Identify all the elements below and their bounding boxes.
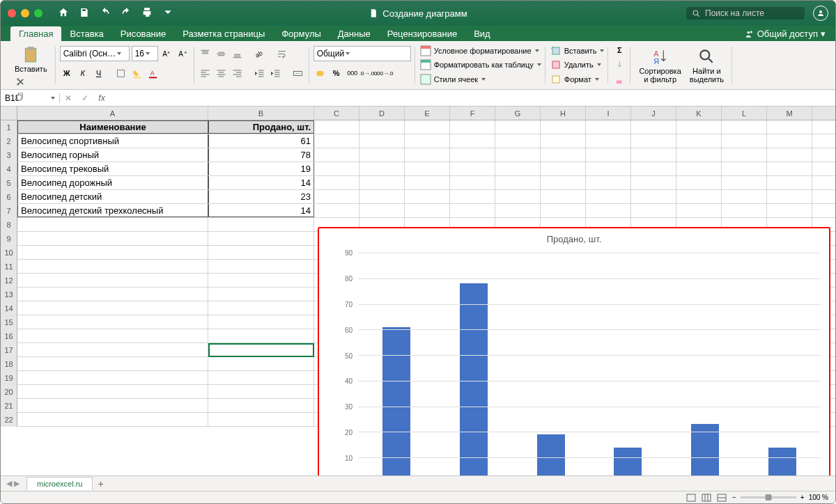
cell[interactable]: Велосипед дорожный — [17, 176, 208, 189]
maximize-button[interactable] — [34, 9, 42, 17]
cell[interactable] — [359, 148, 405, 162]
cell[interactable] — [359, 134, 405, 148]
cut-icon[interactable] — [13, 74, 27, 88]
row-header[interactable]: 1 — [1, 120, 17, 134]
cancel-icon[interactable]: ✕ — [60, 93, 77, 103]
col-header[interactable]: I — [586, 107, 631, 120]
cell[interactable]: Велосипед детский трехколесный — [17, 204, 208, 217]
cell[interactable]: 61 — [208, 134, 314, 148]
cell[interactable] — [586, 176, 631, 189]
cell[interactable] — [405, 120, 450, 134]
row-header[interactable]: 18 — [1, 357, 17, 371]
cell[interactable]: Велосипед трековый — [17, 162, 208, 175]
spreadsheet-grid[interactable]: A B C D E F G H I J K L M 1НаименованиеП… — [1, 107, 835, 485]
row-header[interactable]: 9 — [1, 232, 17, 246]
decrease-indent-icon[interactable] — [253, 66, 267, 80]
delete-cells-button[interactable]: Удалить — [550, 58, 605, 72]
row-header[interactable]: 14 — [1, 301, 17, 315]
col-header[interactable]: L — [722, 107, 767, 120]
col-header[interactable]: K — [676, 107, 722, 120]
cell[interactable]: Велосипед детский — [17, 190, 208, 203]
number-format-select[interactable]: Общий — [314, 46, 411, 61]
tab-data[interactable]: Данные — [330, 26, 379, 41]
redo-icon[interactable] — [121, 7, 132, 20]
cell[interactable] — [495, 148, 541, 162]
align-right-icon[interactable] — [231, 66, 245, 80]
row-header[interactable]: 19 — [1, 371, 17, 385]
cell[interactable] — [767, 162, 812, 175]
cell[interactable] — [586, 190, 631, 203]
row-header[interactable]: 17 — [1, 343, 17, 357]
cell[interactable] — [676, 190, 722, 203]
conditional-format-button[interactable]: Условное форматирование — [419, 44, 541, 58]
cell[interactable] — [17, 246, 208, 259]
view-break-icon[interactable] — [717, 494, 727, 502]
percent-icon[interactable]: % — [330, 66, 343, 80]
row-header[interactable]: 16 — [1, 329, 17, 343]
enter-icon[interactable]: ✓ — [77, 93, 93, 103]
embedded-chart[interactable]: Продано, шт. 0102030405060708090 Велосип… — [318, 227, 830, 485]
cell[interactable] — [450, 120, 495, 134]
cell[interactable]: Продано, шт. — [208, 120, 314, 134]
cell[interactable] — [208, 329, 314, 342]
select-all-cell[interactable] — [1, 107, 17, 120]
chevron-down-icon[interactable] — [162, 7, 173, 20]
row-header[interactable]: 22 — [1, 413, 17, 427]
col-header[interactable]: D — [359, 107, 405, 120]
cell[interactable] — [208, 260, 314, 273]
bold-icon[interactable]: Ж — [60, 66, 74, 80]
cell[interactable] — [541, 120, 586, 134]
cell[interactable] — [676, 148, 722, 162]
cell[interactable] — [405, 176, 450, 189]
fx-icon[interactable]: fx — [93, 93, 110, 103]
col-header[interactable]: H — [541, 107, 586, 120]
col-header[interactable]: A — [17, 107, 208, 120]
cell[interactable] — [767, 134, 812, 148]
row-header[interactable]: 7 — [1, 204, 17, 218]
align-top-icon[interactable] — [199, 47, 212, 61]
cell[interactable]: Наименование — [17, 120, 208, 134]
cell[interactable] — [314, 148, 359, 162]
cell[interactable] — [541, 190, 586, 203]
cell[interactable] — [722, 176, 767, 189]
cell[interactable] — [208, 274, 314, 287]
user-button[interactable] — [813, 6, 828, 21]
cell[interactable] — [17, 371, 208, 384]
cell[interactable] — [676, 162, 722, 175]
cell[interactable] — [17, 301, 208, 315]
row-header[interactable]: 5 — [1, 176, 17, 190]
cell[interactable] — [722, 120, 767, 134]
font-size-select[interactable]: 16 — [132, 46, 158, 61]
cell[interactable] — [495, 176, 541, 189]
format-table-button[interactable]: Форматировать как таблицу — [419, 58, 541, 72]
cell[interactable] — [208, 343, 314, 356]
cell[interactable]: Велосипед спортивный — [17, 134, 208, 148]
zoom-control[interactable]: −+ 100 % — [732, 494, 828, 501]
cell[interactable] — [208, 218, 314, 231]
col-header[interactable]: G — [495, 107, 541, 120]
align-center-icon[interactable] — [215, 66, 229, 80]
decrease-decimal-icon[interactable]: .00→.0 — [378, 66, 392, 80]
cell[interactable] — [314, 176, 359, 189]
format-cells-button[interactable]: Формат — [550, 72, 605, 86]
chart-bar[interactable] — [691, 424, 719, 483]
cell[interactable] — [17, 288, 208, 301]
cell[interactable] — [541, 134, 586, 148]
cell[interactable] — [359, 204, 405, 217]
cell[interactable] — [586, 204, 631, 217]
cell[interactable] — [676, 204, 722, 217]
cell[interactable] — [631, 120, 676, 134]
cell[interactable] — [314, 162, 359, 175]
copy-icon[interactable] — [13, 90, 27, 104]
cell[interactable] — [17, 343, 208, 356]
cell[interactable] — [722, 148, 767, 162]
row-header[interactable]: 2 — [1, 134, 17, 148]
row-header[interactable]: 13 — [1, 288, 17, 301]
minimize-button[interactable] — [21, 9, 29, 17]
col-header[interactable]: B — [208, 107, 314, 120]
cell[interactable] — [767, 176, 812, 189]
cell[interactable] — [208, 315, 314, 329]
cell[interactable] — [359, 190, 405, 203]
home-icon[interactable] — [58, 7, 69, 20]
cell[interactable] — [541, 162, 586, 175]
